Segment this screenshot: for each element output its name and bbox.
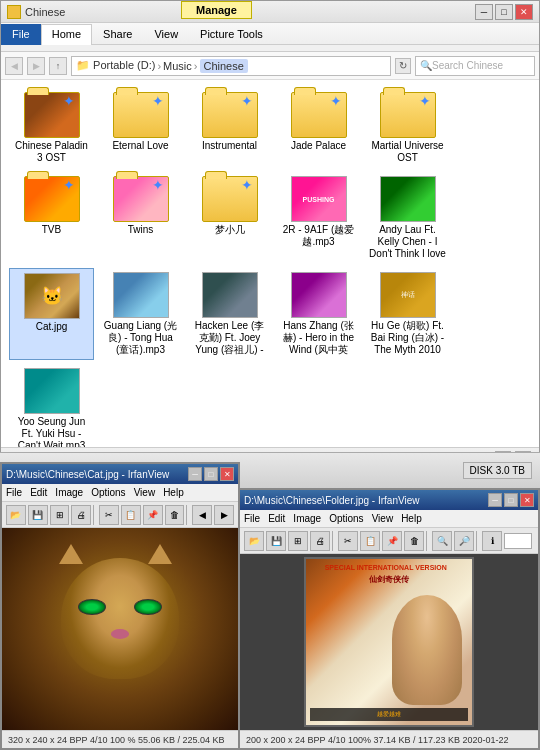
- list-item[interactable]: 神话 Hu Ge (胡歌) Ft. Bai Ring (白冰) - The My…: [365, 268, 450, 360]
- tab-share[interactable]: Share: [92, 24, 143, 45]
- folder-icon: ✦: [291, 92, 347, 138]
- file-label: Twins: [128, 224, 154, 236]
- tool-zoomout[interactable]: 🔍: [432, 531, 452, 551]
- tool-copy2[interactable]: 📋: [360, 531, 380, 551]
- menu-image2[interactable]: Image: [293, 513, 321, 524]
- mp3-thumb: [291, 272, 347, 318]
- tool-cut[interactable]: ✂: [99, 505, 119, 525]
- mp3-thumb: [24, 368, 80, 414]
- breadcrumb-music[interactable]: Music: [163, 60, 192, 72]
- tab-view[interactable]: View: [143, 24, 189, 45]
- close-button[interactable]: ✕: [515, 4, 533, 20]
- menu-help2[interactable]: Help: [401, 513, 422, 524]
- menu-help[interactable]: Help: [163, 487, 184, 498]
- list-item[interactable]: ✦ Martial Universe OST: [365, 88, 450, 168]
- tool-cut2[interactable]: ✂: [338, 531, 358, 551]
- minimize-button[interactable]: ─: [475, 4, 493, 20]
- irfanview-cat-close[interactable]: ✕: [220, 467, 234, 481]
- tool-paste[interactable]: 📌: [143, 505, 163, 525]
- tool-copy[interactable]: 📋: [121, 505, 141, 525]
- list-item[interactable]: ✦ 梦小几: [187, 172, 272, 264]
- irfanview-cat-image[interactable]: [2, 528, 238, 730]
- menu-edit[interactable]: Edit: [30, 487, 47, 498]
- refresh-button[interactable]: ↻: [395, 58, 411, 74]
- tool-save[interactable]: 💾: [28, 505, 48, 525]
- tool-thumbs2[interactable]: ⊞: [288, 531, 308, 551]
- tool-open2[interactable]: 📂: [244, 531, 264, 551]
- tool-print[interactable]: 🖨: [71, 505, 91, 525]
- tab-picture-tools[interactable]: Picture Tools: [189, 24, 274, 45]
- file-label: Guang Liang (光良) - Tong Hua (童话).mp3: [102, 320, 179, 356]
- separator2: [186, 505, 190, 525]
- menu-image[interactable]: Image: [55, 487, 83, 498]
- menu-options2[interactable]: Options: [329, 513, 363, 524]
- tool-info[interactable]: ℹ: [482, 531, 502, 551]
- sep5: [476, 531, 480, 551]
- tool-zoomin[interactable]: 🔎: [454, 531, 474, 551]
- forward-button[interactable]: ▶: [27, 57, 45, 75]
- file-label: 梦小几: [215, 224, 245, 236]
- maximize-button[interactable]: □: [495, 4, 513, 20]
- back-button[interactable]: ◀: [5, 57, 23, 75]
- search-box[interactable]: 🔍 Search Chinese: [415, 56, 535, 76]
- file-label: Cat.jpg: [36, 321, 68, 333]
- menu-view[interactable]: View: [134, 487, 156, 498]
- search-placeholder: Search Chinese: [432, 60, 503, 71]
- image-thumb: 🐱: [24, 273, 80, 319]
- list-item[interactable]: ✦ Twins: [98, 172, 183, 264]
- list-item[interactable]: ✦ Chinese Paladin 3 OST: [9, 88, 94, 168]
- menu-edit2[interactable]: Edit: [268, 513, 285, 524]
- irfanview-cat-minimize[interactable]: ─: [188, 467, 202, 481]
- tab-file[interactable]: File: [1, 24, 41, 45]
- zoom-input[interactable]: 100: [504, 533, 532, 549]
- up-button[interactable]: ↑: [49, 57, 67, 75]
- manage-label: Manage: [181, 1, 252, 19]
- list-item[interactable]: ✦ TVB: [9, 172, 94, 264]
- list-item[interactable]: Yoo Seung Jun Ft. Yuki Hsu - Can't Wait.…: [9, 364, 94, 447]
- file-label: Martial Universe OST: [369, 140, 446, 164]
- irfanview-folder-close[interactable]: ✕: [520, 493, 534, 507]
- menu-options[interactable]: Options: [91, 487, 125, 498]
- tool-save2[interactable]: 💾: [266, 531, 286, 551]
- list-item[interactable]: ✦ Jade Palace: [276, 88, 361, 168]
- address-path[interactable]: 📁 Portable (D:) › Music › Chinese: [71, 56, 391, 76]
- irfanview-folder-window: D:\Music\Chinese\Folder.jpg - IrfanView …: [238, 488, 540, 750]
- list-item[interactable]: ✦ Eternal Love: [98, 88, 183, 168]
- irfanview-cat-maximize[interactable]: □: [204, 467, 218, 481]
- list-item[interactable]: Guang Liang (光良) - Tong Hua (童话).mp3: [98, 268, 183, 360]
- folder-image: SPECIAL INTERNATIONAL VERSION 仙剑奇侠传 越爱越难: [304, 557, 474, 727]
- irfanview-cat-titlebar: D:\Music\Chinese\Cat.jpg - IrfanView ─ □…: [2, 464, 238, 484]
- cat-statusbar-text: 320 x 240 x 24 BPP 4/10 100 % 55.06 KB /…: [8, 735, 225, 745]
- menu-file2[interactable]: File: [244, 513, 260, 524]
- tool-next[interactable]: ▶: [214, 505, 234, 525]
- menu-view2[interactable]: View: [372, 513, 394, 524]
- list-item[interactable]: ✦ Instrumental: [187, 88, 272, 168]
- tool-delete[interactable]: 🗑: [165, 505, 185, 525]
- irfanview-folder-minimize[interactable]: ─: [488, 493, 502, 507]
- irfanview-cat-title: D:\Music\Chinese\Cat.jpg - IrfanView: [6, 469, 186, 480]
- file-label: Hu Ge (胡歌) Ft. Bai Ring (白冰) - The Myth …: [369, 320, 446, 356]
- search-icon: 🔍: [420, 60, 432, 71]
- tool-prev[interactable]: ◀: [192, 505, 212, 525]
- list-item[interactable]: Hans Zhang (张赫) - Hero in the Wind (风中英雄…: [276, 268, 361, 360]
- menu-file[interactable]: File: [6, 487, 22, 498]
- tool-delete2[interactable]: 🗑: [404, 531, 424, 551]
- tool-paste2[interactable]: 📌: [382, 531, 402, 551]
- list-item[interactable]: PUSHING 2R - 9A1F (越爱越.mp3: [276, 172, 361, 264]
- sep3: [332, 531, 336, 551]
- list-item[interactable]: 🐱 Cat.jpg: [9, 268, 94, 360]
- folder-icon: ✦: [202, 92, 258, 138]
- breadcrumb-portable[interactable]: 📁 Portable (D:): [76, 59, 155, 72]
- file-label: Hacken Lee (李克勤) Ft. Joey Yung (容祖儿) - I…: [191, 320, 268, 356]
- list-item[interactable]: Andy Lau Ft. Kelly Chen - I Don't Think …: [365, 172, 450, 264]
- tool-open[interactable]: 📂: [6, 505, 26, 525]
- tab-home[interactable]: Home: [41, 24, 92, 45]
- irfanview-folder-maximize[interactable]: □: [504, 493, 518, 507]
- breadcrumb-chinese[interactable]: Chinese: [200, 59, 248, 73]
- list-item[interactable]: Hacken Lee (李克勤) Ft. Joey Yung (容祖儿) - I…: [187, 268, 272, 360]
- tool-print2[interactable]: 🖨: [310, 531, 330, 551]
- file-label: Instrumental: [202, 140, 257, 152]
- tool-thumbs[interactable]: ⊞: [50, 505, 70, 525]
- irfanview-folder-image[interactable]: SPECIAL INTERNATIONAL VERSION 仙剑奇侠传 越爱越难: [240, 554, 538, 730]
- folder-icon: ✦: [380, 92, 436, 138]
